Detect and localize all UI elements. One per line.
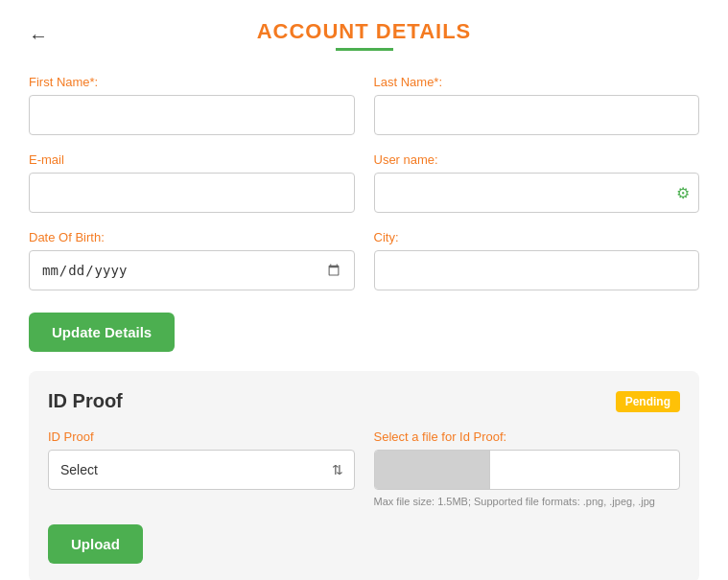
first-name-group: First Name*: <box>29 75 355 135</box>
id-proof-section: ID Proof Pending ID Proof Select Passpor… <box>29 371 699 580</box>
settings-icon: ⚙ <box>676 184 690 202</box>
email-username-row: E-mail User name: ⚙ <box>29 152 699 213</box>
email-input[interactable] <box>29 173 355 213</box>
dob-label: Date Of Birth: <box>29 230 355 244</box>
back-arrow-icon[interactable]: ← <box>29 24 48 46</box>
upload-button[interactable]: Upload <box>48 524 143 564</box>
file-hint: Max file size: 1.5MB; Supported file for… <box>374 496 681 507</box>
first-name-label: First Name*: <box>29 75 355 89</box>
file-upload-group: Select a file for Id Proof: Max file siz… <box>374 429 681 507</box>
username-label: User name: <box>374 152 700 167</box>
id-proof-select[interactable]: Select Passport Driving License National… <box>48 450 355 490</box>
file-upload-label: Select a file for Id Proof: <box>374 429 681 444</box>
dob-city-row: Date Of Birth: City: <box>29 230 699 290</box>
dob-input[interactable] <box>29 250 355 290</box>
username-input[interactable] <box>374 173 700 213</box>
pending-badge: Pending <box>616 391 680 412</box>
first-name-input[interactable] <box>29 95 355 135</box>
last-name-label: Last Name*: <box>374 75 700 89</box>
username-group: User name: ⚙ <box>374 152 700 213</box>
page-title-wrapper: ACCOUNT DETAILS <box>29 19 699 51</box>
page-header: ← ACCOUNT DETAILS <box>29 19 699 51</box>
id-proof-content-row: ID Proof Select Passport Driving License… <box>48 429 680 507</box>
city-input[interactable] <box>374 250 700 290</box>
dob-group: Date Of Birth: <box>29 230 355 290</box>
file-button-area[interactable] <box>375 451 490 489</box>
id-proof-title: ID Proof <box>48 390 123 412</box>
file-input-row <box>374 450 681 490</box>
id-proof-header: ID Proof Pending <box>48 390 680 412</box>
page-title: ACCOUNT DETAILS <box>257 19 472 44</box>
title-underline <box>336 48 393 51</box>
account-details-form: First Name*: Last Name*: E-mail User nam… <box>29 75 699 352</box>
id-proof-select-group: ID Proof Select Passport Driving License… <box>48 429 355 490</box>
last-name-group: Last Name*: <box>374 75 700 135</box>
last-name-input[interactable] <box>374 95 700 135</box>
city-label: City: <box>374 230 700 244</box>
id-proof-select-wrapper: Select Passport Driving License National… <box>48 450 355 490</box>
update-details-button[interactable]: Update Details <box>29 313 175 352</box>
email-group: E-mail <box>29 152 355 213</box>
city-group: City: <box>374 230 700 290</box>
username-input-wrapper: ⚙ <box>374 173 700 213</box>
id-proof-select-label: ID Proof <box>48 429 355 444</box>
dob-input-wrapper <box>29 250 355 290</box>
email-label: E-mail <box>29 152 355 167</box>
name-row: First Name*: Last Name*: <box>29 75 699 135</box>
